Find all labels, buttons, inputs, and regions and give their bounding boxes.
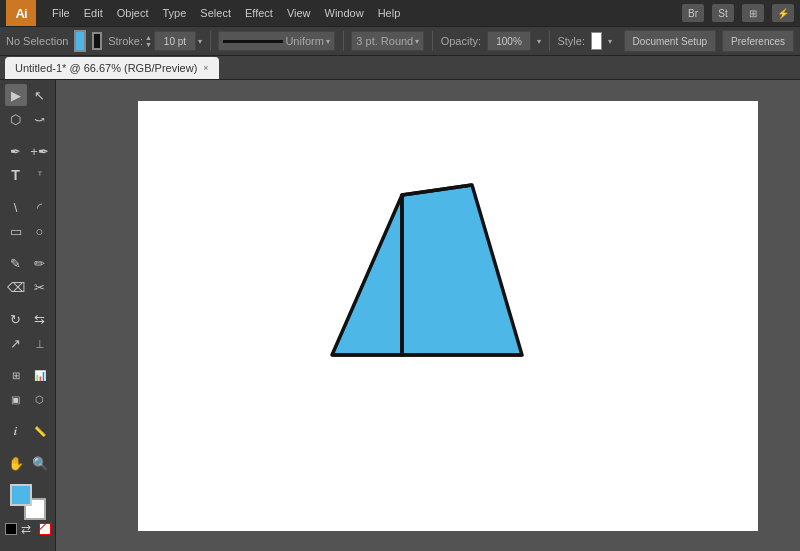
menu-object[interactable]: Object bbox=[111, 5, 155, 21]
zoom-tool[interactable]: 🔍 bbox=[29, 452, 51, 474]
stroke-value-input[interactable] bbox=[154, 31, 196, 51]
rotate-tool[interactable]: ↻ bbox=[5, 308, 27, 330]
selection-tool[interactable]: ▶ bbox=[5, 84, 27, 106]
hand-tool[interactable]: ✋ bbox=[5, 452, 27, 474]
selection-tool-row: ▶ ↖ bbox=[5, 84, 51, 106]
cloud-icon[interactable]: ⚡ bbox=[772, 4, 794, 22]
right-trapezoid[interactable] bbox=[402, 185, 522, 355]
graph-tool[interactable]: 📊 bbox=[29, 364, 51, 386]
menu-select[interactable]: Select bbox=[194, 5, 237, 21]
stroke-unit-chevron[interactable]: ▾ bbox=[198, 37, 202, 46]
paintbrush-tool[interactable]: ✎ bbox=[5, 252, 27, 274]
opacity-chevron[interactable]: ▾ bbox=[537, 37, 541, 46]
eraser-tool-row: ⌫ ✂ bbox=[5, 276, 51, 298]
apps-icon[interactable]: ⊞ bbox=[742, 4, 764, 22]
ellipse-tool[interactable]: ○ bbox=[29, 220, 51, 242]
foreground-color-swatch[interactable] bbox=[10, 484, 32, 506]
scale-tool-row: ↗ ⟂ bbox=[5, 332, 51, 354]
stroke-controls: Stroke: ▲ ▼ ▾ bbox=[108, 31, 202, 51]
stroke-line-select[interactable]: Uniform ▾ bbox=[218, 31, 335, 51]
menu-help[interactable]: Help bbox=[372, 5, 407, 21]
rect-tool[interactable]: ▭ bbox=[5, 220, 27, 242]
opacity-label: Opacity: bbox=[441, 35, 481, 47]
shear-tool[interactable]: ⟂ bbox=[29, 332, 51, 354]
pen-tool[interactable]: ✒ bbox=[5, 140, 27, 162]
type-tool-row: T ᵀ bbox=[5, 164, 51, 186]
scale-tool[interactable]: ↗ bbox=[5, 332, 27, 354]
weight-label: 3 pt. Round bbox=[356, 35, 413, 47]
preferences-button[interactable]: Preferences bbox=[722, 30, 794, 52]
toolbar: ▶ ↖ ⬡ ⤻ ✒ +✒ T ᵀ \ ◜ ▭ ○ ✎ ✏ ⌫ bbox=[0, 80, 56, 551]
opacity-input[interactable] bbox=[487, 31, 531, 51]
add-anchor-tool[interactable]: +✒ bbox=[29, 140, 51, 162]
slice-tool[interactable]: ⬡ bbox=[29, 388, 51, 410]
menu-view[interactable]: View bbox=[281, 5, 317, 21]
none-swatch[interactable] bbox=[39, 523, 51, 535]
pen-tool-row: ✒ +✒ bbox=[5, 140, 51, 162]
artwork-svg bbox=[262, 175, 542, 395]
scissors-tool[interactable]: ✂ bbox=[29, 276, 51, 298]
style-label: Style: bbox=[557, 35, 585, 47]
menu-window[interactable]: Window bbox=[319, 5, 370, 21]
brush-tool-row: ✎ ✏ bbox=[5, 252, 51, 274]
stroke-swatch[interactable] bbox=[92, 32, 102, 50]
color-area: ⇄ bbox=[5, 484, 51, 542]
arc-tool[interactable]: ◜ bbox=[29, 196, 51, 218]
fill-swatch[interactable] bbox=[74, 30, 86, 52]
menu-effect[interactable]: Effect bbox=[239, 5, 279, 21]
bridge-icon[interactable]: Br bbox=[682, 4, 704, 22]
style-chevron[interactable]: ▾ bbox=[608, 37, 612, 46]
menu-file[interactable]: File bbox=[46, 5, 76, 21]
main-area: ▶ ↖ ⬡ ⤻ ✒ +✒ T ᵀ \ ◜ ▭ ○ ✎ ✏ ⌫ bbox=[0, 80, 800, 551]
stock-icon[interactable]: St bbox=[712, 4, 734, 22]
weight-select[interactable]: 3 pt. Round ▾ bbox=[351, 31, 424, 51]
screen-mode-button[interactable]: ▭ bbox=[17, 546, 39, 551]
options-bar: No Selection Stroke: ▲ ▼ ▾ Uniform ▾ 3 p… bbox=[0, 26, 800, 56]
weight-chevron[interactable]: ▾ bbox=[415, 37, 419, 46]
eyedropper-tool[interactable]: 𝒊 bbox=[5, 420, 27, 442]
view-mode-row: ▭ bbox=[17, 544, 39, 551]
left-triangle[interactable] bbox=[332, 195, 402, 355]
tab-title: Untitled-1* @ 66.67% (RGB/Preview) bbox=[15, 62, 197, 74]
touch-type-tool[interactable]: ᵀ bbox=[29, 164, 51, 186]
type-tool[interactable]: T bbox=[5, 164, 27, 186]
rotate-tool-row: ↻ ⇆ bbox=[5, 308, 51, 330]
swap-colors-icon[interactable]: ⇄ bbox=[21, 522, 35, 536]
color-mode-row: ⇄ bbox=[5, 522, 51, 536]
menu-edit[interactable]: Edit bbox=[78, 5, 109, 21]
reflect-tool[interactable]: ⇆ bbox=[29, 308, 51, 330]
extra-tool-row: ▣ ⬡ bbox=[5, 388, 51, 410]
eraser-tool[interactable]: ⌫ bbox=[5, 276, 27, 298]
stroke-label: Stroke: bbox=[108, 35, 143, 47]
stroke-type-label: Uniform bbox=[285, 35, 324, 47]
document-setup-button[interactable]: Document Setup bbox=[624, 30, 717, 52]
menu-bar: File Edit Object Type Select Effect View… bbox=[46, 5, 672, 21]
style-swatch[interactable] bbox=[591, 32, 602, 50]
eyedropper-tool-row: 𝒊 📏 bbox=[5, 420, 51, 442]
canvas-area bbox=[56, 80, 800, 551]
title-bar: Ai File Edit Object Type Select Effect V… bbox=[0, 0, 800, 26]
tab-close-button[interactable]: × bbox=[203, 63, 208, 73]
lasso-tool[interactable]: ⬡ bbox=[5, 108, 27, 130]
direct-selection-tool[interactable]: ↖ bbox=[29, 84, 51, 106]
lasso-tool-row: ⬡ ⤻ bbox=[5, 108, 51, 130]
fg-bg-swatches bbox=[10, 484, 46, 520]
stroke-type-chevron[interactable]: ▾ bbox=[326, 37, 330, 46]
measure-tool[interactable]: 📏 bbox=[29, 420, 51, 442]
stroke-line-preview bbox=[223, 40, 283, 43]
document-tab[interactable]: Untitled-1* @ 66.67% (RGB/Preview) × bbox=[5, 57, 219, 79]
pencil-tool[interactable]: ✏ bbox=[29, 252, 51, 274]
line-tool[interactable]: \ bbox=[5, 196, 27, 218]
artboard-tool[interactable]: ▣ bbox=[5, 388, 27, 410]
warp-tool[interactable]: ⤻ bbox=[29, 108, 51, 130]
title-bar-icons: Br St ⊞ ⚡ bbox=[682, 4, 794, 22]
line-tool-row: \ ◜ bbox=[5, 196, 51, 218]
document-canvas bbox=[138, 101, 758, 531]
menu-type[interactable]: Type bbox=[157, 5, 193, 21]
ai-logo: Ai bbox=[6, 0, 36, 26]
default-colors-icon[interactable] bbox=[5, 523, 17, 535]
stroke-stepper[interactable]: ▲ ▼ bbox=[145, 34, 152, 48]
tab-bar: Untitled-1* @ 66.67% (RGB/Preview) × bbox=[0, 56, 800, 80]
graph-tool-row: ⊞ 📊 bbox=[5, 364, 51, 386]
mesh-tool[interactable]: ⊞ bbox=[5, 364, 27, 386]
